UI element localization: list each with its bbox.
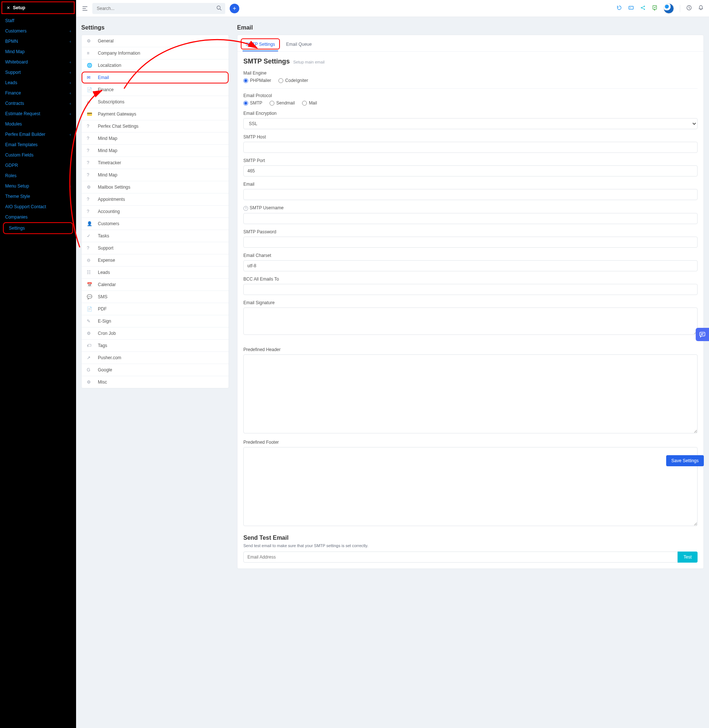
sidebar-item-contracts[interactable]: Contracts‹: [0, 98, 76, 109]
settings-item-sms[interactable]: 💬SMS: [82, 291, 229, 303]
tab-smtp-settings[interactable]: SMTP Settings: [243, 39, 278, 51]
smtp-host-input[interactable]: [244, 142, 697, 153]
radio-phpmailer[interactable]: PHPMailer: [244, 78, 271, 83]
bcc-input[interactable]: [244, 284, 697, 295]
predef-header-textarea[interactable]: [244, 354, 697, 433]
settings-item-expense[interactable]: ⊖Expense: [82, 254, 229, 266]
sidebar-item-whiteboard[interactable]: Whiteboard‹: [0, 57, 76, 67]
card-icon[interactable]: [628, 5, 634, 12]
sidebar-item-mind-map[interactable]: Mind Map: [0, 47, 76, 57]
svg-point-4: [644, 9, 645, 10]
settings-item-calendar[interactable]: 📅Calendar: [82, 279, 229, 291]
setup-header[interactable]: ✕ Setup: [1, 1, 74, 14]
sidebar-item-finance[interactable]: Finance‹: [0, 88, 76, 98]
sidebar-item-custom-fields[interactable]: Custom Fields: [0, 150, 76, 160]
sidebar-item-leads[interactable]: Leads‹: [0, 77, 76, 88]
sidebar-item-settings[interactable]: Settings: [3, 222, 73, 234]
settings-item-general[interactable]: ⚙General: [82, 35, 229, 47]
add-button[interactable]: +: [230, 4, 239, 13]
settings-item-pdf[interactable]: 📄PDF: [82, 303, 229, 315]
predef-footer-textarea[interactable]: [244, 447, 697, 526]
smtp-port-input[interactable]: [244, 165, 697, 176]
settings-item-subscriptions[interactable]: ⇄Subscriptions: [82, 96, 229, 108]
settings-item-mind-map[interactable]: ?Mind Map: [82, 169, 229, 181]
signature-textarea[interactable]: [244, 307, 697, 335]
settings-item-e-sign[interactable]: ✎E-Sign: [82, 315, 229, 328]
email-input[interactable]: [244, 189, 697, 200]
clock-icon[interactable]: [686, 5, 692, 12]
settings-item-timetracker[interactable]: ?Timetracker: [82, 157, 229, 169]
sidebar-item-gdpr[interactable]: GDPR: [0, 160, 76, 170]
settings-item-label: Leads: [98, 270, 110, 275]
chat-widget-icon[interactable]: [696, 328, 709, 341]
settings-item-label: Localization: [98, 63, 121, 68]
search-input[interactable]: [92, 3, 225, 14]
settings-item-mind-map[interactable]: ?Mind Map: [82, 132, 229, 145]
settings-item-perfex-chat-settings[interactable]: ?Perfex Chat Settings: [82, 120, 229, 132]
settings-item-icon: ✉: [87, 75, 94, 80]
settings-item-misc[interactable]: ⚙Misc: [82, 376, 229, 388]
email-charset-input[interactable]: [244, 260, 697, 271]
sidebar-item-modules[interactable]: Modules: [0, 119, 76, 129]
settings-item-accounting[interactable]: ?Accounting: [82, 205, 229, 218]
radio-smtp[interactable]: SMTP: [244, 100, 262, 106]
chevron-left-icon: ‹: [70, 112, 71, 116]
sidebar-item-label: Customers: [5, 28, 26, 33]
radio-mail[interactable]: Mail: [302, 100, 317, 106]
settings-item-payment-gateways[interactable]: 💳Payment Gateways: [82, 108, 229, 120]
smtp-password-input[interactable]: [244, 237, 697, 248]
tab-email-queue[interactable]: Email Queue: [283, 39, 315, 51]
sidebar-item-theme-style[interactable]: Theme Style: [0, 191, 76, 202]
sidebar-item-label: Leads: [5, 80, 18, 85]
sidebar-item-estimate-request[interactable]: Estimate Request‹: [0, 109, 76, 119]
email-encryption-select[interactable]: SSL: [244, 118, 697, 129]
sidebar-item-label: Menu Setup: [5, 183, 29, 189]
sidebar-item-aio-support-contact[interactable]: AIO Support Contact: [0, 202, 76, 212]
sidebar-item-support[interactable]: Support‹: [0, 67, 76, 77]
settings-item-support[interactable]: ?Support: [82, 242, 229, 254]
settings-item-email[interactable]: ✉Email: [82, 71, 229, 84]
share-icon[interactable]: [640, 5, 646, 12]
sidebar-item-menu-setup[interactable]: Menu Setup‹: [0, 181, 76, 191]
sidebar-item-staff[interactable]: Staff: [0, 16, 76, 26]
history-icon[interactable]: [616, 5, 622, 12]
radio-codeigniter[interactable]: CodeIgniter: [279, 78, 308, 83]
settings-item-mailbox-settings[interactable]: ⚙Mailbox Settings: [82, 181, 229, 194]
help-icon[interactable]: ?: [244, 206, 248, 211]
close-icon[interactable]: ✕: [7, 6, 10, 10]
settings-item-finance[interactable]: 📄Finance: [82, 84, 229, 96]
sidebar-item-email-templates[interactable]: Email Templates: [0, 140, 76, 150]
sidebar-item-roles[interactable]: Roles: [0, 170, 76, 181]
settings-item-tasks[interactable]: ✓Tasks: [82, 230, 229, 242]
settings-item-cron-job[interactable]: ⚙Cron Job: [82, 328, 229, 340]
sidebar-item-companies[interactable]: Companies: [0, 212, 76, 222]
settings-item-mind-map[interactable]: ?Mind Map: [82, 145, 229, 157]
settings-item-leads[interactable]: ☷Leads: [82, 266, 229, 279]
note-icon[interactable]: [652, 5, 658, 12]
bell-icon[interactable]: [698, 5, 704, 12]
menu-toggle-icon[interactable]: [81, 5, 89, 12]
settings-item-tags[interactable]: 🏷Tags: [82, 340, 229, 352]
settings-item-localization[interactable]: 🌐Localization: [82, 60, 229, 71]
sidebar-item-bpmn[interactable]: BPMN‹: [0, 36, 76, 47]
settings-item-pusher-com[interactable]: ↗Pusher.com: [82, 352, 229, 364]
avatar[interactable]: [664, 3, 674, 14]
sidebar-item-perfex-email-builder[interactable]: Perfex Email Builder‹: [0, 129, 76, 140]
settings-item-company-information[interactable]: ≡Company Information: [82, 47, 229, 60]
smtp-username-input[interactable]: [244, 213, 697, 224]
save-settings-button[interactable]: Save Settings: [666, 455, 704, 466]
mail-engine-label: Mail Engine: [244, 70, 697, 76]
settings-item-appointments[interactable]: ?Appointments: [82, 194, 229, 205]
sidebar-item-customers[interactable]: Customers‹: [0, 26, 76, 36]
test-email-input[interactable]: [244, 552, 678, 563]
test-email-sub: Send test email to make sure that your S…: [244, 543, 697, 548]
search-icon[interactable]: [216, 5, 222, 12]
settings-item-customers[interactable]: 👤Customers: [82, 218, 229, 230]
radio-sendmail[interactable]: Sendmail: [270, 100, 295, 106]
settings-list: ⚙General≡Company Information🌐Localizatio…: [81, 35, 229, 388]
settings-item-google[interactable]: GGoogle: [82, 364, 229, 376]
test-button[interactable]: Test: [678, 552, 697, 563]
settings-item-icon: ☷: [87, 270, 94, 275]
email-field-label: Email: [244, 182, 697, 187]
svg-rect-1: [629, 6, 633, 9]
